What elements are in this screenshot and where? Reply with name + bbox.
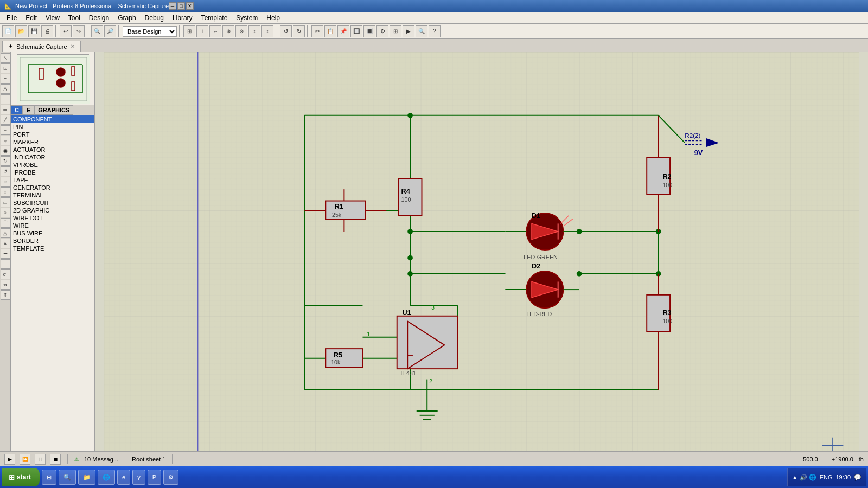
menu-item-system[interactable]: System — [232, 13, 262, 23]
redo-button[interactable]: ↪ — [73, 25, 85, 37]
flip-h[interactable]: ↔ — [1, 177, 10, 187]
select-tool[interactable]: ↖ — [1, 53, 10, 63]
rot-cw[interactable]: ↻ — [1, 156, 10, 166]
comp-item-2d-graphic[interactable]: 2D GRAPHIC — [11, 207, 94, 214]
menu-item-view[interactable]: View — [41, 13, 64, 23]
status-messages[interactable]: 10 Messag... — [84, 456, 118, 463]
taskbar-app1[interactable]: ⊞ — [42, 470, 56, 485]
canvas-area[interactable]: 1 3 2 R1 25k R4 100 — [95, 52, 868, 451]
comp-item-tape[interactable]: TAPE — [11, 176, 94, 184]
menu-item-help[interactable]: Help — [262, 13, 284, 23]
comp-item-template[interactable]: TEMPLATE — [11, 245, 94, 252]
text-label-tool[interactable]: A — [1, 239, 10, 248]
tool7[interactable]: ↕ — [261, 25, 273, 37]
menu-item-library[interactable]: Library — [168, 13, 197, 23]
comp-item-marker[interactable]: MARKER — [11, 138, 94, 146]
rot-ccw[interactable]: ↺ — [1, 166, 10, 176]
panel-tab-c[interactable]: C — [11, 105, 23, 115]
power-tool[interactable]: ⏚ — [1, 136, 10, 145]
tool10[interactable]: ✂ — [311, 25, 323, 37]
probe-tool[interactable]: ◉ — [1, 146, 10, 156]
comp-item-border[interactable]: BORDER — [11, 237, 94, 245]
pause-button[interactable]: ⏸ — [35, 454, 46, 465]
taskbar-app3[interactable]: 📁 — [78, 470, 95, 485]
taskbar-app2[interactable]: 🔍 — [59, 470, 76, 485]
tool14[interactable]: 🔳 — [363, 25, 375, 37]
taskbar-browser2[interactable]: y — [132, 470, 145, 485]
component-tool[interactable]: ⊡ — [1, 63, 10, 73]
start-button[interactable]: ⊞ start — [2, 468, 40, 486]
tool1[interactable]: ⊞ — [183, 25, 195, 37]
wire-tool[interactable]: ╱ — [1, 115, 10, 125]
zoom-out-button[interactable]: 🔎 — [104, 25, 116, 37]
new-button[interactable]: 📄 — [2, 25, 14, 37]
design-dropdown[interactable]: Base Design — [123, 26, 177, 37]
symbol-tool[interactable]: ☰ — [1, 249, 10, 259]
taskbar-ie[interactable]: 🌐 — [98, 470, 115, 485]
comp-item-component[interactable]: COMPONENT — [11, 115, 94, 123]
comp-item-indicator[interactable]: INDICATOR — [11, 153, 94, 161]
label-tool[interactable]: A — [1, 84, 10, 94]
bus-entry[interactable]: ⌐ — [1, 125, 10, 135]
comp-item-pin[interactable]: PIN — [11, 123, 94, 131]
comp-item-bus-wire[interactable]: BUS WIRE — [11, 229, 94, 237]
comp-item-subcircuit[interactable]: SUBCIRCUIT — [11, 199, 94, 207]
step-button[interactable]: ⏩ — [20, 454, 30, 465]
menu-item-file[interactable]: File — [2, 13, 21, 23]
comp-item-actuator[interactable]: ACTUATOR — [11, 146, 94, 153]
undo-button[interactable]: ↩ — [60, 25, 72, 37]
text-tool[interactable]: T — [1, 94, 10, 104]
schematic-tab[interactable]: ✦ Schematic Capture ✕ — [2, 41, 81, 52]
tool9[interactable]: ↻ — [293, 25, 305, 37]
comp-item-terminal[interactable]: TERMINAL — [11, 191, 94, 199]
tool16[interactable]: ⊞ — [390, 25, 401, 37]
draw-poly[interactable]: △ — [1, 228, 10, 238]
comp-item-port[interactable]: PORT — [11, 131, 94, 138]
bus-tool[interactable]: ═ — [1, 105, 10, 114]
menu-item-edit[interactable]: Edit — [21, 13, 41, 23]
rotate-0[interactable]: 0° — [1, 269, 10, 279]
r4-component[interactable]: R4 100 — [399, 179, 422, 216]
taskbar-proteus[interactable]: P — [148, 470, 161, 485]
panel-tab-e[interactable]: E — [23, 105, 34, 115]
tool19[interactable]: ? — [429, 25, 441, 37]
menu-item-tool[interactable]: Tool — [64, 13, 85, 23]
tool3[interactable]: ↔ — [209, 25, 221, 37]
draw-rect[interactable]: ▭ — [1, 197, 10, 207]
flip-v[interactable]: ↕ — [1, 187, 10, 197]
print-button[interactable]: 🖨 — [41, 25, 53, 37]
draw-circle[interactable]: ○ — [1, 208, 10, 217]
zoom-in-button[interactable]: 🔍 — [91, 25, 103, 37]
tool2[interactable]: + — [196, 25, 208, 37]
tool13[interactable]: 🔲 — [350, 25, 362, 37]
tool4[interactable]: ⊕ — [222, 25, 234, 37]
open-button[interactable]: 📂 — [15, 25, 27, 37]
junction-tool[interactable]: + — [1, 74, 10, 84]
tool17[interactable]: ▶ — [403, 25, 414, 37]
schematic-tab-close[interactable]: ✕ — [71, 43, 75, 49]
play-button[interactable]: ▶ — [4, 454, 15, 465]
menu-item-debug[interactable]: Debug — [141, 13, 168, 23]
comp-item-wire-dot[interactable]: WIRE DOT — [11, 214, 94, 222]
tool8[interactable]: ↺ — [280, 25, 292, 37]
mirror-y[interactable]: ⇕ — [1, 290, 10, 300]
mirror-x[interactable]: ⇔ — [1, 280, 10, 290]
tool11[interactable]: 📋 — [324, 25, 336, 37]
minimize-button[interactable]: ─ — [169, 2, 176, 10]
stop-button[interactable]: ⏹ — [50, 454, 61, 465]
add-pin[interactable]: + — [1, 259, 10, 269]
menu-item-design[interactable]: Design — [85, 13, 113, 23]
comp-item-iprobe[interactable]: IPROBE — [11, 169, 94, 176]
tool18[interactable]: 🔍 — [416, 25, 427, 37]
menu-item-graph[interactable]: Graph — [113, 13, 140, 23]
comp-item-vprobe[interactable]: VPROBE — [11, 161, 94, 169]
comp-item-generator[interactable]: GENERATOR — [11, 184, 94, 191]
draw-arc[interactable]: ⌒ — [1, 218, 10, 228]
tool5[interactable]: ⊗ — [235, 25, 247, 37]
tool6[interactable]: ↕ — [248, 25, 260, 37]
panel-tab-graphics[interactable]: GRAPHICS — [34, 105, 73, 115]
r5-component[interactable]: R5 10k — [326, 349, 362, 367]
comp-item-wire[interactable]: WIRE — [11, 222, 94, 229]
close-button[interactable]: ✕ — [186, 2, 194, 10]
tool12[interactable]: 📌 — [337, 25, 349, 37]
